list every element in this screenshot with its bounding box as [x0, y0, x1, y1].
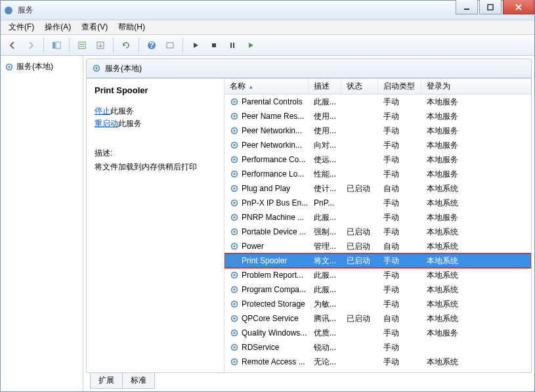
service-row[interactable]: Protected Storage为敏...手动本地系统 — [225, 297, 531, 311]
column-status[interactable]: 状态 — [341, 79, 378, 94]
tab-standard[interactable]: 标准 — [122, 373, 155, 389]
pause-service-button[interactable] — [225, 37, 240, 53]
cell-startup: 自动 — [378, 313, 421, 324]
service-row[interactable]: Peer Name Res...使用...手动本地服务 — [225, 109, 531, 123]
cell-logon: 本地系统 — [421, 357, 531, 368]
titlebar[interactable]: 服务 — [1, 1, 534, 20]
cell-name: Performance Lo... — [225, 169, 309, 179]
tree-node-services-local[interactable]: 服务(本地) — [3, 60, 80, 74]
cell-desc: 使用... — [309, 111, 341, 122]
svg-point-19 — [95, 67, 98, 70]
cell-logon: 本地系统 — [421, 241, 531, 252]
service-row[interactable]: Peer Networkin...使用...手动本地服务 — [225, 123, 531, 138]
service-row[interactable]: Quality Windows...优质...手动本地服务 — [225, 326, 531, 340]
cell-name: Portable Device ... — [225, 227, 309, 236]
svg-point-55 — [233, 346, 236, 349]
service-row[interactable]: Portable Device ...强制...已启动手动本地系统 — [225, 225, 531, 239]
svg-text:?: ? — [149, 41, 154, 50]
service-row[interactable]: Performance Lo...性能...手动本地服务 — [225, 167, 531, 181]
cell-logon: 本地服务 — [421, 125, 531, 137]
forward-button[interactable] — [23, 37, 39, 53]
maximize-button[interactable] — [479, 0, 502, 14]
refresh-button[interactable] — [118, 37, 134, 53]
cell-name: QPCore Service — [225, 314, 309, 323]
column-desc[interactable]: 描述 — [309, 79, 341, 94]
show-hide-tree-button[interactable] — [49, 37, 64, 53]
service-row[interactable]: Performance Co...使远...手动本地服务 — [225, 152, 531, 167]
sort-asc-icon: ▴ — [249, 83, 253, 90]
service-row[interactable]: Peer Networkin...向对...手动本地服务 — [225, 138, 531, 152]
service-list[interactable]: 名称▴ 描述 状态 启动类型 登录为 Parental Controls此服..… — [225, 79, 531, 372]
properties-button[interactable] — [74, 37, 90, 53]
back-button[interactable] — [5, 37, 20, 53]
cell-logon: 本地系统 — [421, 284, 531, 295]
gear-icon — [230, 112, 239, 121]
export-button[interactable] — [93, 37, 108, 53]
tree-node-label: 服务(本地) — [16, 61, 53, 72]
service-row[interactable]: Remote Access ...无论...手动本地系统 — [225, 355, 531, 369]
cell-startup: 手动 — [378, 284, 421, 295]
cell-logon: 本地系统 — [421, 227, 531, 238]
toolbar-extra-button[interactable] — [162, 37, 178, 53]
service-row[interactable]: Print Spooler将文...已启动手动本地系统 — [225, 253, 531, 268]
separator — [43, 38, 44, 53]
menu-view[interactable]: 查看(V) — [76, 20, 113, 34]
cell-desc: 此服... — [309, 270, 341, 281]
service-row[interactable]: PNRP Machine ...此服...手动本地服务 — [225, 210, 531, 225]
cell-startup: 手动 — [378, 111, 421, 122]
svg-point-41 — [233, 245, 236, 248]
cell-name: Problem Report... — [225, 271, 309, 280]
close-button[interactable] — [503, 0, 534, 14]
column-startup[interactable]: 启动类型 — [378, 79, 421, 94]
stop-service-button[interactable] — [206, 37, 222, 53]
gear-icon — [230, 285, 239, 294]
cell-name: Quality Windows... — [225, 328, 309, 338]
gear-icon — [230, 141, 239, 150]
service-row[interactable]: Problem Report...此服...手动本地系统 — [225, 268, 531, 282]
cell-name: Program Compa... — [225, 285, 309, 294]
gear-icon — [230, 357, 239, 366]
cell-status: 已启动 — [341, 313, 378, 324]
service-row[interactable]: Plug and Play使计...已启动自动本地系统 — [225, 181, 531, 196]
cell-logon: 本地服务 — [421, 140, 531, 151]
stop-service-link[interactable]: 停止 — [95, 106, 110, 116]
restart-service-button[interactable] — [243, 37, 259, 53]
gear-icon — [230, 155, 239, 164]
cell-logon: 本地服务 — [421, 154, 531, 165]
svg-point-57 — [233, 360, 236, 363]
restart-suffix: 此服务 — [118, 119, 142, 128]
menu-help[interactable]: 帮助(H) — [113, 20, 150, 34]
svg-point-51 — [233, 317, 236, 320]
cell-logon: 本地系统 — [421, 255, 531, 267]
help-button[interactable]: ? — [144, 37, 160, 53]
detail-service-name: Print Spooler — [95, 85, 216, 95]
column-logon[interactable]: 登录为 — [421, 79, 531, 94]
cell-startup: 手动 — [378, 227, 421, 238]
gear-icon — [230, 184, 239, 193]
minimize-button[interactable] — [456, 0, 478, 14]
start-service-button[interactable] — [188, 37, 203, 53]
cell-name: Parental Controls — [225, 97, 309, 106]
service-row[interactable]: Program Compa...此服...手动本地系统 — [225, 282, 531, 297]
tab-extended[interactable]: 扩展 — [90, 373, 123, 389]
view-tabs: 扩展 标准 — [86, 373, 532, 389]
service-row[interactable]: Power管理...已启动自动本地系统 — [225, 239, 531, 253]
service-row[interactable]: PnP-X IP Bus En...PnP...手动本地系统 — [225, 196, 531, 210]
menu-file[interactable]: 文件(F) — [3, 20, 39, 34]
service-row[interactable]: Parental Controls此服...手动本地服务 — [225, 95, 531, 109]
gear-icon — [230, 328, 239, 338]
gear-icon — [230, 126, 239, 135]
column-name[interactable]: 名称▴ — [225, 79, 309, 94]
service-row[interactable]: QPCore Service腾讯...已启动自动本地系统 — [225, 311, 531, 326]
menu-action[interactable]: 操作(A) — [39, 20, 76, 34]
restart-service-link[interactable]: 重启动 — [95, 119, 118, 128]
content-pane: 服务(本地) Print Spooler 停止此服务 重启动此服务 描述: 将文… — [83, 56, 534, 391]
gear-icon — [230, 271, 239, 280]
cell-desc: 使远... — [309, 154, 341, 165]
cell-logon: 本地系统 — [421, 183, 531, 194]
cell-desc: 此服... — [309, 212, 341, 223]
service-row[interactable]: RDService锐动...手动 — [225, 340, 531, 355]
svg-rect-13 — [212, 43, 216, 47]
content-body: Print Spooler 停止此服务 重启动此服务 描述: 将文件加载到内存供… — [86, 78, 532, 373]
svg-rect-8 — [80, 46, 84, 47]
